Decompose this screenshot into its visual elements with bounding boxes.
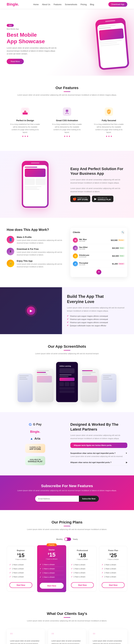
popular-badge: Popular — [46, 544, 56, 546]
hero-phone-screen — [97, 22, 128, 68]
partner-appstore-badge: Available on the APP STORE — [25, 444, 45, 453]
pricing-subtitle: Lorem ipsum dolor sit amet consectetur a… — [7, 528, 127, 531]
how-step-desc-3: Lorem ipsum dolor sit amet consectetur a… — [17, 263, 64, 268]
accordion-item-2[interactable]: Aliquam vitae varius dui eget imperdiet … — [70, 460, 127, 466]
pricing-card-starter: Popular Starter $15 I have a dream 1 Hav… — [37, 545, 66, 592]
build-check-1: ✔ Vivamus quis augue magna ultrices cons… — [67, 315, 129, 317]
partner-aria: ▲ Aria — [30, 437, 40, 440]
build-check-2: ✔ Vivamus quis augue magna ultrices cons… — [67, 318, 129, 320]
pricing-features-professional: 1 Have a dream 1 Have a dream 1 Have a d… — [71, 563, 94, 579]
play-video-button[interactable]: ▶ — [27, 306, 35, 315]
nav-link-home[interactable]: Home — [33, 3, 39, 6]
client-row-1: M Md. Mun INCOME $22,500 Review — [73, 236, 125, 244]
testimonials-divider — [64, 617, 70, 618]
pricing-features-starter: 1 Have a dream 1 Have a dream 1 Have a d… — [40, 563, 64, 580]
nav-link-about[interactable]: About Us — [42, 3, 50, 6]
clients-add-button[interactable]: + — [96, 270, 101, 274]
feature-title-3: Fully Secured — [94, 119, 124, 122]
accordion-item-1[interactable]: Suspendisse vitae varius dui eget imperd… — [70, 450, 127, 460]
subscribe-form: Subscribe Now — [35, 496, 99, 502]
pricing-card-power: Power Plan $25 I have a dream 1 Have a d… — [99, 546, 127, 592]
solution-desc1: Lorem ipsum dolor sit amet consectetur a… — [70, 178, 127, 184]
partner-logos: G G Pay Bingle. ▲ Aria Available on the … — [7, 422, 64, 465]
feature-card-security: Fully Secured It is a long established f… — [90, 103, 127, 141]
testimonial-card-3: " Lorem ipsum dolor sit amet consectetur… — [89, 629, 127, 644]
clients-search-icon[interactable]: 🔍 — [121, 230, 125, 234]
subscribe-title: Subscreibe For New Features — [7, 484, 127, 488]
accordion-body-1: Lorem ipsum dolor sit amet consectetur a… — [70, 455, 127, 458]
pricing-cta-professional[interactable]: Start Now — [71, 582, 94, 588]
hero-section: App Best Mobile App Best Mobile App Show… — [0, 9, 134, 76]
pricing-cta-power[interactable]: Start Now — [102, 582, 124, 588]
play-icon: ▶ — [94, 197, 97, 201]
feature-icon-animation — [62, 107, 72, 117]
nav-link-screenshots[interactable]: Screenshoots — [65, 3, 77, 6]
build-check-3: ✔ Vivamus quis augue magna ultrices cons… — [67, 321, 129, 324]
client-name-1: Md. Mun — [79, 238, 111, 240]
nav-link-blog[interactable]: Blog — [90, 3, 94, 6]
features-section: Our Features Lorem ipsum dolor sit amet … — [0, 76, 134, 151]
feature-icon-design — [20, 107, 30, 117]
how-step-icon-1: 👤 — [7, 236, 14, 244]
partners-description: Lorem ipsum dolor sit amet consectetur a… — [70, 434, 127, 440]
pricing-toggle: Monthly Yearly — [7, 538, 127, 541]
build-title: Build The App That Everyine Love — [67, 294, 129, 304]
build-section: ▶ Build The App That Everyine Love Lorem… — [0, 287, 134, 334]
testimonial-text-1: Lorem ipsum dolor sit amet consectetur a… — [10, 640, 41, 644]
appstore-button[interactable]: 🍎 Available on the APP STORE — [70, 196, 90, 202]
subscribe-button[interactable]: Subscribe Now — [79, 496, 99, 502]
pricing-tagline-power: I have a dream — [102, 558, 124, 560]
hero-phone-mockup — [95, 18, 129, 70]
feature-stars-1: ★★★ — [10, 135, 40, 138]
build-image: ▶ — [0, 287, 62, 334]
testimonials-title: What Our Clients Say's — [7, 612, 127, 616]
feature-card-design: Perfect in Design It is a long establish… — [7, 103, 44, 141]
apple-icon: 🍎 — [73, 197, 76, 201]
hero-content: App Best Mobile App Best Mobile App Show… — [7, 24, 67, 64]
build-check-4: ✔ Quisque sollicitudin turpis nec augue … — [67, 324, 129, 326]
nav-logo: Bingle. — [7, 2, 19, 6]
client-row-3: K KiindoLane EXPENSE $22,500 Done — [73, 252, 125, 260]
pricing-cta-beginner[interactable]: Start Now — [10, 582, 32, 588]
screenshots-subtitle: Lorem ipsum dolor sit amet consectetur a… — [7, 352, 127, 355]
hero-badge: App — [7, 24, 14, 27]
store-buttons: 🍎 Available on the APP STORE ▶ AVAILABLE… — [70, 196, 127, 202]
client-avatar-3: K — [73, 254, 78, 258]
nav-link-pricing[interactable]: Pricing — [80, 3, 87, 6]
client-name-4: Perceptial — [79, 262, 112, 264]
pricing-card-professional: Professional $18 I have a dream 1 Have a… — [68, 546, 97, 592]
feature-title-2: Great CSS Animation — [52, 119, 82, 122]
how-step-title-3: Enjoy This App — [17, 260, 64, 262]
subscribe-email-input[interactable] — [35, 496, 79, 502]
screenshot-phone-center: Online Learning — [56, 362, 78, 402]
nav-link-features[interactable]: Features — [54, 3, 62, 6]
hero-description: Lorem ipsum dolor sit amet consectetur a… — [7, 46, 57, 56]
partners-title: Designed & Worked By The Latest Partners — [70, 422, 127, 432]
partner-gpay: G G Pay — [29, 422, 42, 427]
feature-title-1: Perfect in Design — [10, 119, 40, 122]
subscribe-section: Subscreibe For New Features Lorem ipsum … — [0, 476, 134, 510]
hero-title: Best Mobile App Showcase — [7, 32, 67, 44]
pricing-price-power: $25 — [102, 552, 124, 558]
playstore-button[interactable]: ▶ AVAILABLE ON GOOGLE PLAY — [92, 196, 114, 202]
how-step-title-1: Make A Profile — [17, 236, 64, 238]
partners-highlight-button[interactable]: Aliquam iacto ligula nec luctus libero p… — [70, 442, 127, 448]
hero-cta-button[interactable]: Read More — [7, 59, 24, 64]
build-content: Build The App That Everyine Love Lorem i… — [62, 287, 134, 334]
client-name-2: See Elliot — [79, 246, 112, 248]
solution-desc2: Lorem ipsum dolor sit amet consectetur a… — [70, 187, 127, 193]
client-amount-3: $22,500 — [112, 255, 119, 257]
client-row-4: P Perceptial INCOME $1,200 Cancel — [73, 260, 125, 268]
how-title: How does This App Work? — [7, 228, 64, 232]
features-subtitle: Lorem ipsum dolor sit amet consectetur a… — [7, 94, 127, 96]
pricing-toggle-switch[interactable] — [64, 538, 71, 541]
nav-links: Home About Us Features Screenshoots Pric… — [33, 3, 94, 6]
how-step-3: 😊 Enjoy This App Lorem ipsum dolor sit a… — [7, 260, 64, 268]
download-app-button[interactable]: Download App — [108, 2, 127, 7]
navbar: Bingle. Home About Us Features Screensho… — [0, 0, 134, 9]
testimonial-card-1: " Lorem ipsum dolor sit amet consectetur… — [7, 629, 45, 644]
pricing-cta-starter[interactable]: Start Now — [40, 583, 64, 588]
testimonials-section: What Our Clients Say's Lorem ipsum dolor… — [0, 602, 134, 644]
how-section: How does This App Work? 👤 Make A Profile… — [0, 218, 134, 287]
clients-card: Clients 🔍 M Md. Mun INCOME $22,500 Revie… — [70, 228, 127, 277]
